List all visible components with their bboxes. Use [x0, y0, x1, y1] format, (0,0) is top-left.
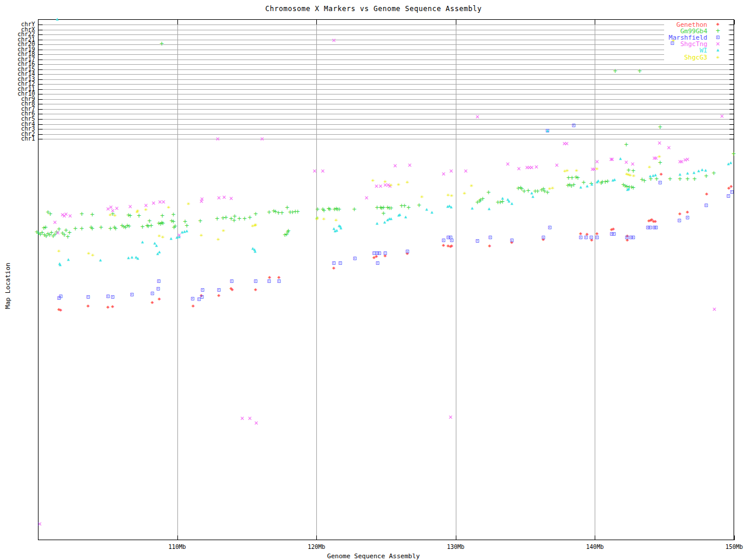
marker-shgcg3-star-icon: ✳ — [57, 248, 61, 254]
marker-marshfield-square-icon: ⊡ — [476, 238, 479, 244]
marker-shgcg3-star-icon: ✳ — [217, 236, 220, 242]
marker-shgctng-cross-icon: × — [161, 198, 165, 205]
y-tick-right — [729, 134, 734, 135]
marker-shgcg3-star-icon: ✳ — [420, 194, 424, 200]
marker-gm99gb4-plus-icon: + — [668, 176, 672, 183]
x-tick-label-110mb: 110Mb — [160, 544, 195, 551]
x-tick-top — [595, 20, 595, 24]
y-tick-left — [38, 94, 43, 94]
marker-gm99gb4-plus-icon: + — [127, 223, 131, 230]
marker-wi-triangle-icon: ▲ — [334, 229, 337, 233]
marker-shgcg3-star-icon: ✳ — [200, 232, 203, 238]
marker-marshfield-square-icon: ⊡ — [106, 293, 110, 299]
x-tick-top — [316, 20, 317, 24]
y-tick-left — [38, 109, 43, 110]
marker-shgcg3-star-icon: ✳ — [161, 234, 165, 240]
marker-shgctng-cross-icon: × — [393, 162, 397, 169]
chart-title: Chromosome X Markers vs Genome Sequence … — [0, 5, 747, 13]
y-tick-left — [38, 60, 43, 60]
y-tick-left — [38, 139, 43, 139]
y-tick-left — [38, 64, 43, 65]
y-tick-left — [38, 50, 43, 50]
x-tick-bottom — [177, 536, 178, 540]
marker-gm99gb4-plus-icon: + — [159, 40, 163, 47]
marker-gm99gb4-plus-icon: + — [685, 176, 689, 183]
marker-wi-triangle-icon: ▲ — [178, 235, 181, 239]
marker-marshfield-square-icon: ⊡ — [217, 287, 221, 293]
marker-shgcg3-star-icon: ✳ — [575, 167, 578, 173]
y-tick-left — [38, 99, 43, 100]
marker-gm99gb4-plus-icon: + — [242, 215, 246, 222]
y-tick-right — [729, 69, 734, 70]
marker-shgctng-cross-icon: × — [595, 158, 599, 165]
marker-gm99gb4-plus-icon: + — [73, 225, 77, 232]
marker-marshfield-square-icon: ⊡ — [157, 278, 160, 284]
marker-shgctng-cross-icon: × — [68, 212, 72, 219]
marker-wi-triangle-icon: ▲ — [627, 187, 630, 191]
marker-gm99gb4-plus-icon: + — [67, 229, 71, 236]
marker-shgcg3-star-icon: ✳ — [113, 212, 117, 218]
marker-shgcg3-star-icon: ✳ — [167, 204, 170, 210]
y-tick-right — [729, 119, 734, 120]
marker-gm99gb4-plus-icon: + — [731, 150, 735, 158]
marker-gm99gb4-plus-icon: + — [315, 206, 319, 213]
marker-shgcg3-star-icon: ✳ — [672, 37, 675, 43]
marker-shgcg3-star-icon: ✳ — [136, 208, 139, 214]
x-tick-label-150mb: 150Mb — [717, 544, 747, 551]
marker-gm99gb4-plus-icon: + — [280, 209, 284, 216]
marker-gm99gb4-plus-icon: + — [526, 187, 530, 194]
marker-gm99gb4-plus-icon: + — [692, 176, 696, 183]
y-tick-right — [729, 104, 734, 104]
y-tick-right — [729, 79, 734, 80]
y-tick-left — [38, 89, 43, 90]
marker-genethon-diamond-icon: ◈ — [450, 243, 453, 249]
y-tick-right — [729, 34, 734, 35]
marker-gm99gb4-plus-icon: + — [128, 212, 132, 219]
marker-shgctng-cross-icon: × — [260, 135, 264, 142]
marker-gm99gb4-plus-icon: + — [704, 173, 708, 180]
marker-marshfield-square-icon: ⊡ — [383, 250, 387, 256]
y-tick-left — [38, 69, 43, 70]
marker-shgctng-cross-icon: × — [215, 135, 219, 142]
marker-gm99gb4-plus-icon: + — [327, 206, 331, 213]
marker-marshfield-square-icon: ⊡ — [338, 260, 342, 266]
marker-gm99gb4-plus-icon: + — [322, 207, 326, 214]
marker-genethon-diamond-icon: ◈ — [659, 172, 662, 177]
y-tick-right — [729, 30, 734, 30]
marker-marshfield-square-icon: ⊡ — [86, 294, 90, 300]
marker-gm99gb4-plus-icon: + — [575, 174, 580, 181]
marker-gm99gb4-plus-icon: + — [160, 220, 165, 227]
marker-gm99gb4-plus-icon: + — [381, 210, 385, 217]
marker-shgcg3-star-icon: ✳ — [222, 228, 225, 233]
marker-marshfield-square-icon: ⊡ — [584, 235, 588, 240]
marker-marshfield-square-icon: ⊡ — [378, 250, 381, 256]
y-tick-right — [729, 129, 734, 130]
plot-frame — [38, 19, 734, 540]
marker-shgctng-cross-icon: × — [564, 140, 568, 147]
y-tick-right — [729, 124, 734, 125]
marker-gm99gb4-plus-icon: + — [215, 215, 219, 222]
marker-marshfield-square-icon: ⊡ — [151, 290, 154, 296]
marker-genethon-diamond-icon: ◈ — [59, 307, 62, 313]
y-tick-right — [729, 74, 734, 75]
y-tick-right — [729, 94, 734, 94]
marker-gm99gb4-plus-icon: + — [658, 124, 662, 131]
marker-marshfield-square-icon: ⊡ — [200, 294, 204, 300]
marker-marshfield-square-icon: ⊡ — [631, 235, 635, 240]
marker-marshfield-square-icon: ⊡ — [156, 286, 160, 292]
marker-wi-triangle-icon: ▲ — [340, 226, 343, 230]
marker-wi-triangle-icon: ▲ — [586, 184, 589, 188]
marker-shgcg3-star-icon: ✳ — [632, 173, 636, 178]
marker-gm99gb4-plus-icon: + — [90, 211, 94, 218]
marker-gm99gb4-plus-icon: + — [642, 177, 646, 184]
marker-marshfield-square-icon: ⊡ — [332, 260, 336, 266]
x-tick-bottom — [734, 536, 735, 540]
y-tick-left — [38, 30, 43, 30]
marker-gm99gb4-plus-icon: + — [613, 68, 617, 75]
marker-gm99gb4-plus-icon: + — [140, 223, 144, 230]
y-tick-left — [38, 34, 43, 35]
marker-wi-triangle-icon: ▲ — [399, 212, 402, 217]
x-tick-label-140mb: 140Mb — [577, 544, 612, 551]
marker-shgcg3-star-icon: ✳ — [87, 250, 90, 256]
marker-wi-triangle-icon: ▲ — [59, 262, 62, 267]
